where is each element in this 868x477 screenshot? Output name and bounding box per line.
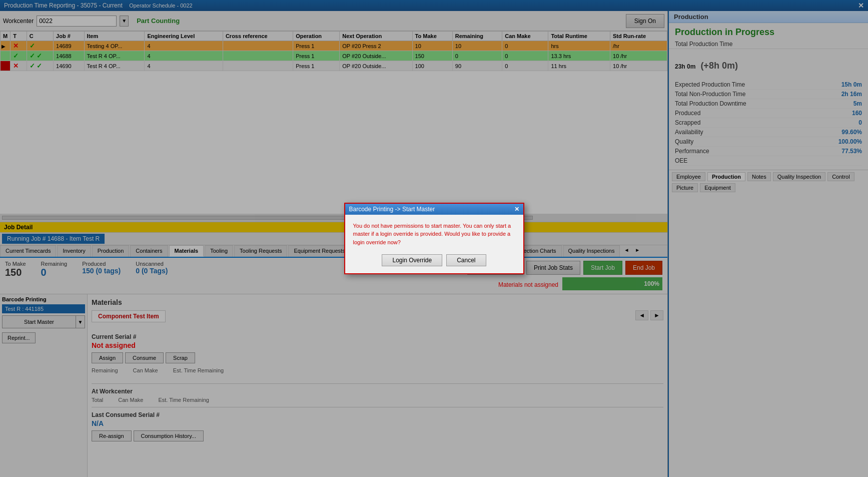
modal-overlay: Barcode Printing -> Start Master ✕ You d…: [0, 0, 868, 477]
modal-title-bar: Barcode Printing -> Start Master ✕: [345, 204, 523, 215]
modal-buttons: Login Override Cancel: [353, 254, 515, 266]
modal-close-button[interactable]: ✕: [514, 206, 519, 213]
modal-cancel-button[interactable]: Cancel: [446, 254, 486, 266]
login-override-button[interactable]: Login Override: [382, 254, 442, 266]
modal-title: Barcode Printing -> Start Master: [349, 206, 435, 213]
modal-message: You do not have permissions to start mas…: [353, 222, 515, 247]
modal-dialog: Barcode Printing -> Start Master ✕ You d…: [344, 203, 524, 275]
modal-body: You do not have permissions to start mas…: [345, 215, 523, 274]
